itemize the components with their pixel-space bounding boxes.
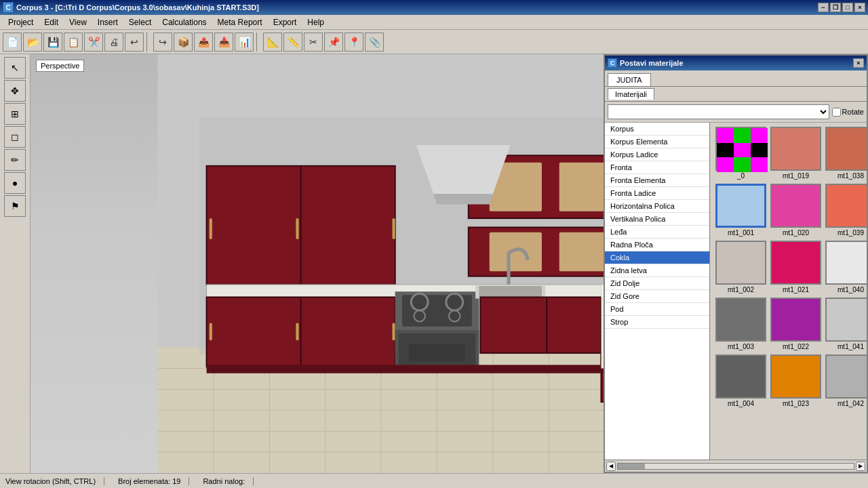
sidebar-tool-3[interactable]: ◻ xyxy=(4,126,26,148)
mat-close-button[interactable]: × xyxy=(853,58,864,68)
toolbar-button-7[interactable]: ↪ xyxy=(153,33,172,52)
mat-list-item-10[interactable]: Cokla xyxy=(605,251,709,264)
color-label-mt1_041: mt1_041 xyxy=(837,343,864,350)
toolbar-button-0[interactable]: 📄 xyxy=(3,33,22,52)
sidebar-tool-2[interactable]: ⊞ xyxy=(4,103,26,125)
color-swatch-wrap-mt1_042: mt1_042 xyxy=(825,354,867,407)
toolbar-button-2[interactable]: 💾 xyxy=(43,33,62,52)
mat-list-item-4[interactable]: Fronta Elementa xyxy=(605,174,709,187)
menu-item-help[interactable]: Help xyxy=(302,16,330,28)
color-swatch-_0[interactable] xyxy=(715,127,766,171)
toolbar-button-4[interactable]: ✂️ xyxy=(84,33,103,52)
mat-rotate-checkbox[interactable] xyxy=(832,108,841,117)
svg-rect-41 xyxy=(393,323,395,341)
color-swatch-mt1_021[interactable] xyxy=(770,241,821,285)
color-swatch-wrap-mt1_002: mt1_002 xyxy=(715,241,766,293)
toolbar-button-8[interactable]: 📦 xyxy=(174,33,193,52)
mat-list-item-11[interactable]: Zidna letva xyxy=(605,264,709,277)
svg-rect-71 xyxy=(207,365,612,373)
color-swatch-wrap-mt1_004: mt1_004 xyxy=(715,354,766,407)
left-sidebar: ↖✥⊞◻✏●⚑ xyxy=(0,54,31,473)
toolbar-button-1[interactable]: 📂 xyxy=(23,33,42,52)
toolbar-button-12[interactable]: 📐 xyxy=(263,33,282,52)
color-swatch-mt1_042[interactable] xyxy=(825,354,867,399)
mat-title-left: C Postavi materijale xyxy=(608,58,684,68)
close-button[interactable]: × xyxy=(854,3,865,12)
mat-body: KorpusKorpus ElementaKorpus LadiceFronta… xyxy=(605,123,867,460)
color-swatch-mt1_020[interactable] xyxy=(770,184,821,228)
sidebar-tool-0[interactable]: ↖ xyxy=(4,57,26,79)
sidebar-tool-6[interactable]: ⚑ xyxy=(4,195,26,217)
toolbar-button-16[interactable]: 📍 xyxy=(344,33,363,52)
color-swatch-wrap-mt1_039: mt1_039 xyxy=(825,184,867,237)
menu-item-calculations[interactable]: Calculations xyxy=(157,16,212,28)
color-swatch-mt1_019[interactable] xyxy=(770,127,821,171)
toolbar-button-15[interactable]: 📌 xyxy=(324,33,343,52)
toolbar-button-11[interactable]: 📊 xyxy=(235,33,254,52)
menu-item-insert[interactable]: Insert xyxy=(92,16,123,28)
scroll-right-btn[interactable]: ▶ xyxy=(856,462,865,471)
mat-tab-judita[interactable]: JUDITA xyxy=(608,73,651,86)
svg-rect-50 xyxy=(409,344,465,361)
menu-item-project[interactable]: Project xyxy=(3,16,39,28)
mat-scrollbar[interactable]: ◀ ▶ xyxy=(605,460,867,472)
svg-rect-79 xyxy=(717,143,734,157)
color-swatch-mt1_022[interactable] xyxy=(770,298,821,342)
mat-list-item-6[interactable]: Horizontalna Polica xyxy=(605,200,709,213)
toolbar-button-13[interactable]: 📏 xyxy=(283,33,302,52)
svg-rect-30 xyxy=(490,232,542,272)
color-swatch-mt1_002[interactable] xyxy=(715,241,766,285)
mat-sub-tab-imaterijali[interactable]: Imaterijali xyxy=(608,88,654,100)
mat-list-item-2[interactable]: Korpus Ladice xyxy=(605,148,709,161)
mat-list-item-1[interactable]: Korpus Elementa xyxy=(605,136,709,148)
menu-item-select[interactable]: Select xyxy=(123,16,157,28)
menu-item-export[interactable]: Export xyxy=(268,16,302,28)
scrollbar-track[interactable] xyxy=(617,463,854,470)
menu-item-edit[interactable]: Edit xyxy=(39,16,64,28)
color-swatch-row: mt1_001mt1_020mt1_039 xyxy=(713,182,864,238)
sidebar-tool-1[interactable]: ✥ xyxy=(4,80,26,102)
sidebar-tool-4[interactable]: ✏ xyxy=(4,149,26,171)
color-swatch-mt1_040[interactable] xyxy=(825,241,867,285)
restore-button[interactable]: ❐ xyxy=(830,3,841,12)
mat-list-item-3[interactable]: Fronta xyxy=(605,161,709,174)
toolbar-button-17[interactable]: 📎 xyxy=(365,33,384,52)
toolbar-button-9[interactable]: 📤 xyxy=(194,33,213,52)
mat-sub-tabs: Imaterijali xyxy=(605,87,867,102)
svg-rect-84 xyxy=(751,157,768,172)
mat-list-item-9[interactable]: Radna Ploča xyxy=(605,239,709,251)
toolbar-button-14[interactable]: ✂ xyxy=(304,33,323,52)
mat-list-item-12[interactable]: Zid Dolje xyxy=(605,277,709,290)
minimize-button[interactable]: − xyxy=(818,3,829,12)
maximize-button[interactable]: □ xyxy=(842,3,853,12)
mat-list-panel: KorpusKorpus ElementaKorpus LadiceFronta… xyxy=(605,123,710,460)
color-swatch-mt1_039[interactable] xyxy=(825,184,867,228)
mat-list-item-0[interactable]: Korpus xyxy=(605,123,709,136)
svg-rect-76 xyxy=(717,128,734,143)
mat-list-item-15[interactable]: Strop xyxy=(605,316,709,329)
toolbar-button-6[interactable]: ↩ xyxy=(125,33,144,52)
color-swatch-mt1_023[interactable] xyxy=(770,354,821,399)
toolbar-button-10[interactable]: 📥 xyxy=(214,33,233,52)
mat-dialog-icon: C xyxy=(608,58,617,68)
mat-list-item-7[interactable]: Vertikalna Polica xyxy=(605,213,709,226)
color-swatch-mt1_001[interactable] xyxy=(715,184,766,228)
mat-dropdown[interactable] xyxy=(608,104,829,119)
sidebar-tool-5[interactable]: ● xyxy=(4,172,26,194)
toolbar-button-5[interactable]: 🖨 xyxy=(104,33,123,52)
color-label-mt1_023: mt1_023 xyxy=(783,400,809,407)
rotate-label: Rotate xyxy=(842,108,864,116)
menu-item-meta report[interactable]: Meta Report xyxy=(212,16,268,28)
mat-list-item-13[interactable]: Zid Gore xyxy=(605,290,709,303)
color-swatch-mt1_004[interactable] xyxy=(715,354,766,399)
color-swatch-mt1_003[interactable] xyxy=(715,298,766,342)
scroll-left-btn[interactable]: ◀ xyxy=(606,462,616,471)
color-swatch-mt1_041[interactable] xyxy=(825,298,867,342)
mat-list-item-5[interactable]: Fronta Ladice xyxy=(605,187,709,200)
toolbar-button-3[interactable]: 📋 xyxy=(64,33,83,52)
mat-list-item-8[interactable]: Leđa xyxy=(605,226,709,239)
color-swatch-wrap-mt1_019: mt1_019 xyxy=(770,127,821,180)
mat-list-item-14[interactable]: Pod xyxy=(605,303,709,316)
color-swatch-mt1_038[interactable] xyxy=(825,127,867,171)
menu-item-view[interactable]: View xyxy=(64,16,92,28)
